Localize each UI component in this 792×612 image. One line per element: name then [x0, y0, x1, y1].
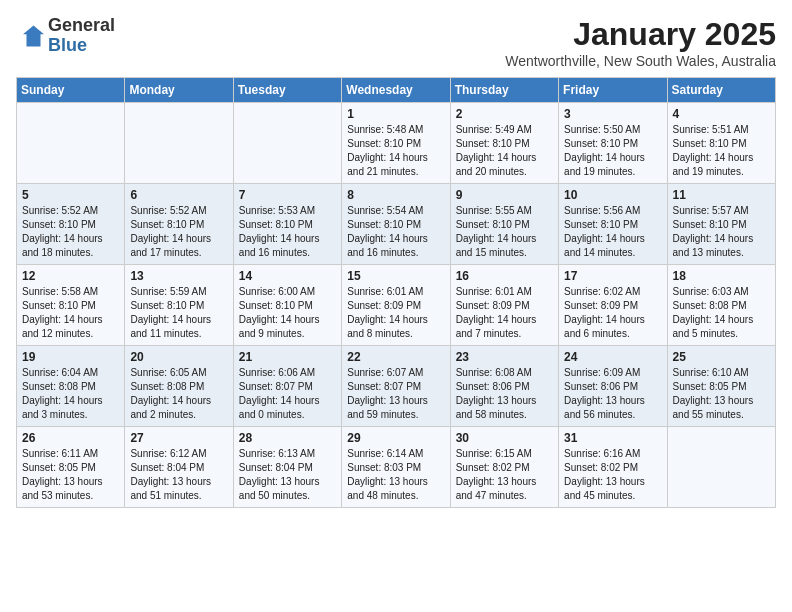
- day-info: Sunrise: 5:52 AM Sunset: 8:10 PM Dayligh…: [22, 204, 119, 260]
- day-info: Sunrise: 5:50 AM Sunset: 8:10 PM Dayligh…: [564, 123, 661, 179]
- day-number: 4: [673, 107, 770, 121]
- calendar-header-row: SundayMondayTuesdayWednesdayThursdayFrid…: [17, 78, 776, 103]
- title-block: January 2025 Wentworthville, New South W…: [505, 16, 776, 69]
- day-number: 17: [564, 269, 661, 283]
- day-info: Sunrise: 6:06 AM Sunset: 8:07 PM Dayligh…: [239, 366, 336, 422]
- day-info: Sunrise: 5:53 AM Sunset: 8:10 PM Dayligh…: [239, 204, 336, 260]
- day-number: 22: [347, 350, 444, 364]
- day-number: 7: [239, 188, 336, 202]
- calendar-cell: 15Sunrise: 6:01 AM Sunset: 8:09 PM Dayli…: [342, 265, 450, 346]
- logo-blue-text: Blue: [48, 35, 87, 55]
- day-number: 16: [456, 269, 553, 283]
- logo: General Blue: [16, 16, 115, 56]
- day-info: Sunrise: 6:03 AM Sunset: 8:08 PM Dayligh…: [673, 285, 770, 341]
- calendar-cell: 29Sunrise: 6:14 AM Sunset: 8:03 PM Dayli…: [342, 427, 450, 508]
- calendar-cell: 27Sunrise: 6:12 AM Sunset: 8:04 PM Dayli…: [125, 427, 233, 508]
- day-number: 20: [130, 350, 227, 364]
- calendar-week-row: 19Sunrise: 6:04 AM Sunset: 8:08 PM Dayli…: [17, 346, 776, 427]
- weekday-header: Wednesday: [342, 78, 450, 103]
- weekday-header: Sunday: [17, 78, 125, 103]
- day-number: 24: [564, 350, 661, 364]
- weekday-header: Monday: [125, 78, 233, 103]
- day-info: Sunrise: 5:57 AM Sunset: 8:10 PM Dayligh…: [673, 204, 770, 260]
- day-number: 14: [239, 269, 336, 283]
- day-info: Sunrise: 6:12 AM Sunset: 8:04 PM Dayligh…: [130, 447, 227, 503]
- calendar-cell: 24Sunrise: 6:09 AM Sunset: 8:06 PM Dayli…: [559, 346, 667, 427]
- calendar-cell: 25Sunrise: 6:10 AM Sunset: 8:05 PM Dayli…: [667, 346, 775, 427]
- calendar-week-row: 12Sunrise: 5:58 AM Sunset: 8:10 PM Dayli…: [17, 265, 776, 346]
- day-number: 6: [130, 188, 227, 202]
- day-info: Sunrise: 6:02 AM Sunset: 8:09 PM Dayligh…: [564, 285, 661, 341]
- calendar-cell: 14Sunrise: 6:00 AM Sunset: 8:10 PM Dayli…: [233, 265, 341, 346]
- calendar-cell: 13Sunrise: 5:59 AM Sunset: 8:10 PM Dayli…: [125, 265, 233, 346]
- day-number: 26: [22, 431, 119, 445]
- day-info: Sunrise: 6:00 AM Sunset: 8:10 PM Dayligh…: [239, 285, 336, 341]
- day-info: Sunrise: 6:05 AM Sunset: 8:08 PM Dayligh…: [130, 366, 227, 422]
- day-info: Sunrise: 6:16 AM Sunset: 8:02 PM Dayligh…: [564, 447, 661, 503]
- day-info: Sunrise: 6:10 AM Sunset: 8:05 PM Dayligh…: [673, 366, 770, 422]
- calendar-cell: [233, 103, 341, 184]
- logo-general-text: General: [48, 15, 115, 35]
- calendar-cell: 20Sunrise: 6:05 AM Sunset: 8:08 PM Dayli…: [125, 346, 233, 427]
- calendar-week-row: 26Sunrise: 6:11 AM Sunset: 8:05 PM Dayli…: [17, 427, 776, 508]
- day-info: Sunrise: 6:13 AM Sunset: 8:04 PM Dayligh…: [239, 447, 336, 503]
- day-info: Sunrise: 6:14 AM Sunset: 8:03 PM Dayligh…: [347, 447, 444, 503]
- day-number: 23: [456, 350, 553, 364]
- calendar-week-row: 5Sunrise: 5:52 AM Sunset: 8:10 PM Daylig…: [17, 184, 776, 265]
- day-number: 31: [564, 431, 661, 445]
- weekday-header: Saturday: [667, 78, 775, 103]
- calendar-cell: 30Sunrise: 6:15 AM Sunset: 8:02 PM Dayli…: [450, 427, 558, 508]
- calendar-cell: 21Sunrise: 6:06 AM Sunset: 8:07 PM Dayli…: [233, 346, 341, 427]
- day-number: 28: [239, 431, 336, 445]
- day-number: 21: [239, 350, 336, 364]
- calendar-cell: 18Sunrise: 6:03 AM Sunset: 8:08 PM Dayli…: [667, 265, 775, 346]
- day-info: Sunrise: 6:04 AM Sunset: 8:08 PM Dayligh…: [22, 366, 119, 422]
- day-number: 15: [347, 269, 444, 283]
- calendar-cell: 22Sunrise: 6:07 AM Sunset: 8:07 PM Dayli…: [342, 346, 450, 427]
- day-info: Sunrise: 6:08 AM Sunset: 8:06 PM Dayligh…: [456, 366, 553, 422]
- day-number: 11: [673, 188, 770, 202]
- calendar-cell: 6Sunrise: 5:52 AM Sunset: 8:10 PM Daylig…: [125, 184, 233, 265]
- day-info: Sunrise: 6:01 AM Sunset: 8:09 PM Dayligh…: [456, 285, 553, 341]
- day-info: Sunrise: 6:11 AM Sunset: 8:05 PM Dayligh…: [22, 447, 119, 503]
- svg-marker-0: [23, 25, 44, 46]
- day-number: 25: [673, 350, 770, 364]
- location-text: Wentworthville, New South Wales, Austral…: [505, 53, 776, 69]
- day-number: 9: [456, 188, 553, 202]
- calendar-cell: 1Sunrise: 5:48 AM Sunset: 8:10 PM Daylig…: [342, 103, 450, 184]
- day-info: Sunrise: 5:51 AM Sunset: 8:10 PM Dayligh…: [673, 123, 770, 179]
- calendar-cell: 19Sunrise: 6:04 AM Sunset: 8:08 PM Dayli…: [17, 346, 125, 427]
- day-info: Sunrise: 6:09 AM Sunset: 8:06 PM Dayligh…: [564, 366, 661, 422]
- page-header: General Blue January 2025 Wentworthville…: [16, 16, 776, 69]
- calendar-cell: 10Sunrise: 5:56 AM Sunset: 8:10 PM Dayli…: [559, 184, 667, 265]
- weekday-header: Thursday: [450, 78, 558, 103]
- day-info: Sunrise: 5:58 AM Sunset: 8:10 PM Dayligh…: [22, 285, 119, 341]
- weekday-header: Friday: [559, 78, 667, 103]
- day-info: Sunrise: 6:07 AM Sunset: 8:07 PM Dayligh…: [347, 366, 444, 422]
- calendar-cell: 5Sunrise: 5:52 AM Sunset: 8:10 PM Daylig…: [17, 184, 125, 265]
- weekday-header: Tuesday: [233, 78, 341, 103]
- day-info: Sunrise: 5:59 AM Sunset: 8:10 PM Dayligh…: [130, 285, 227, 341]
- day-number: 18: [673, 269, 770, 283]
- day-number: 10: [564, 188, 661, 202]
- day-number: 30: [456, 431, 553, 445]
- calendar-cell: 2Sunrise: 5:49 AM Sunset: 8:10 PM Daylig…: [450, 103, 558, 184]
- day-number: 2: [456, 107, 553, 121]
- logo-icon: [16, 22, 44, 50]
- day-info: Sunrise: 5:56 AM Sunset: 8:10 PM Dayligh…: [564, 204, 661, 260]
- calendar-cell: 16Sunrise: 6:01 AM Sunset: 8:09 PM Dayli…: [450, 265, 558, 346]
- month-title: January 2025: [505, 16, 776, 53]
- day-number: 29: [347, 431, 444, 445]
- day-number: 19: [22, 350, 119, 364]
- calendar-cell: 12Sunrise: 5:58 AM Sunset: 8:10 PM Dayli…: [17, 265, 125, 346]
- day-number: 27: [130, 431, 227, 445]
- day-info: Sunrise: 6:01 AM Sunset: 8:09 PM Dayligh…: [347, 285, 444, 341]
- calendar-cell: 7Sunrise: 5:53 AM Sunset: 8:10 PM Daylig…: [233, 184, 341, 265]
- day-info: Sunrise: 6:15 AM Sunset: 8:02 PM Dayligh…: [456, 447, 553, 503]
- day-number: 12: [22, 269, 119, 283]
- day-number: 3: [564, 107, 661, 121]
- day-number: 13: [130, 269, 227, 283]
- calendar-cell: [667, 427, 775, 508]
- calendar-cell: 26Sunrise: 6:11 AM Sunset: 8:05 PM Dayli…: [17, 427, 125, 508]
- day-info: Sunrise: 5:55 AM Sunset: 8:10 PM Dayligh…: [456, 204, 553, 260]
